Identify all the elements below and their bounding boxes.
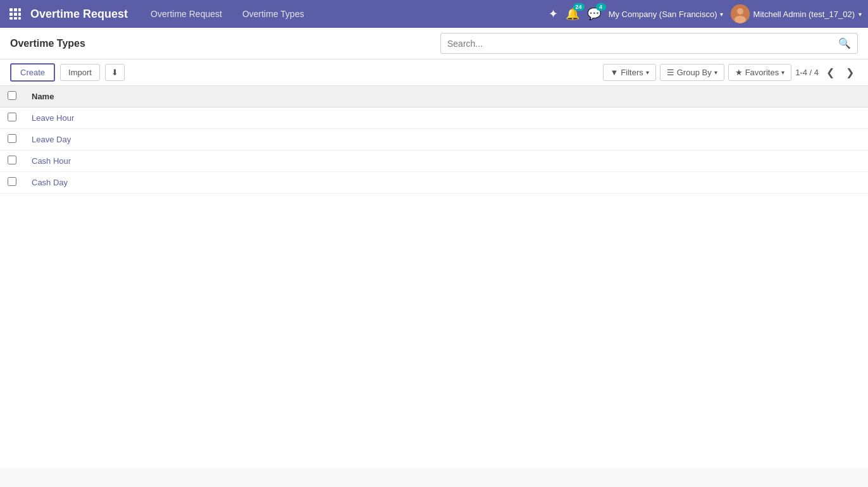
svg-rect-0: [9, 8, 13, 11]
row-checkbox[interactable]: [8, 177, 16, 186]
svg-rect-7: [14, 17, 17, 20]
svg-point-11: [735, 16, 746, 23]
row-checkbox-cell: [0, 151, 24, 172]
nav-overtime-types[interactable]: Overtime Types: [239, 6, 308, 22]
pagination-next-button[interactable]: ❯: [842, 65, 858, 80]
create-button[interactable]: Create: [10, 63, 55, 82]
row-checkbox[interactable]: [8, 134, 16, 143]
download-button[interactable]: ⬇: [105, 64, 125, 81]
table-row: Leave Day: [0, 129, 868, 151]
row-name[interactable]: Leave Day: [24, 129, 868, 151]
secondary-bar: Overtime Types 🔍: [0, 28, 868, 59]
groupby-caret-icon: ▾: [714, 69, 717, 76]
row-checkbox-cell: [0, 108, 24, 129]
table-row: Cash Day: [0, 172, 868, 194]
messages-icon[interactable]: 💬 4: [587, 7, 601, 21]
svg-rect-4: [14, 13, 17, 16]
row-checkbox-cell: [0, 129, 24, 151]
user-menu[interactable]: Mitchell Admin (test_17_02) ▾: [731, 4, 862, 23]
table-row: Leave Hour: [0, 108, 868, 129]
topnav-actions: ✦ 🔔 24 💬 4 My Company (San Francisco) ▾: [549, 4, 862, 23]
select-all-checkbox[interactable]: [8, 91, 16, 100]
svg-rect-6: [9, 17, 13, 20]
user-caret-icon: ▾: [859, 11, 862, 18]
row-name[interactable]: Leave Hour: [24, 108, 868, 129]
toolbar-right: ▼ Filters ▾ ☰ Group By ▾ ★ Favorites ▾ 1…: [603, 64, 858, 81]
top-navigation: Overtime Request Overtime Request Overti…: [0, 0, 868, 28]
messages-badge: 4: [596, 3, 606, 11]
company-selector[interactable]: My Company (San Francisco) ▾: [609, 9, 723, 19]
favorites-label: Favorites: [745, 68, 779, 77]
header-name: Name: [24, 86, 868, 108]
groupby-button[interactable]: ☰ Group By ▾: [660, 64, 724, 81]
company-caret-icon: ▾: [720, 11, 723, 18]
apps-icon[interactable]: [6, 5, 24, 23]
notifications-badge: 24: [573, 3, 585, 11]
avatar: [731, 4, 750, 23]
groupby-icon: ☰: [667, 68, 674, 77]
list-table: Name Leave HourLeave DayCash HourCash Da…: [0, 86, 868, 194]
user-name: Mitchell Admin (test_17_02): [753, 9, 855, 19]
row-checkbox-cell: [0, 172, 24, 194]
star-icon: ★: [735, 68, 743, 77]
svg-rect-1: [14, 8, 17, 11]
row-checkbox[interactable]: [8, 156, 16, 164]
filter-icon: ▼: [610, 68, 618, 77]
svg-rect-3: [9, 13, 13, 16]
svg-rect-2: [18, 8, 21, 11]
svg-rect-5: [18, 13, 21, 16]
svg-point-10: [737, 8, 743, 15]
import-button[interactable]: Import: [60, 64, 100, 81]
filters-caret-icon: ▾: [646, 69, 649, 76]
row-name[interactable]: Cash Day: [24, 172, 868, 194]
notifications-icon[interactable]: 🔔 24: [566, 7, 580, 21]
pagination: 1-4 / 4 ❮ ❯: [795, 65, 858, 80]
page-title: Overtime Types: [10, 38, 85, 49]
favorites-button[interactable]: ★ Favorites ▾: [728, 64, 791, 81]
svg-rect-8: [18, 17, 21, 20]
nav-links: Overtime Request Overtime Types: [147, 6, 542, 22]
search-button[interactable]: 🔍: [832, 34, 857, 53]
pagination-prev-button[interactable]: ❮: [822, 65, 838, 80]
search-bar: 🔍: [440, 33, 858, 54]
row-name[interactable]: Cash Hour: [24, 151, 868, 172]
debug-icon[interactable]: ✦: [549, 7, 558, 21]
toolbar: Create Import ⬇ ▼ Filters ▾ ☰ Group By ▾…: [0, 59, 868, 86]
app-title: Overtime Request: [30, 8, 128, 21]
list-header: Name: [0, 86, 868, 108]
list-body: Leave HourLeave DayCash HourCash Day: [0, 108, 868, 194]
company-name: My Company (San Francisco): [609, 9, 717, 19]
row-checkbox[interactable]: [8, 113, 16, 121]
filters-button[interactable]: ▼ Filters ▾: [603, 64, 655, 81]
filters-label: Filters: [621, 68, 643, 77]
groupby-label: Group By: [677, 68, 712, 77]
header-checkbox-cell: [0, 86, 24, 108]
favorites-caret-icon: ▾: [781, 69, 784, 76]
search-input[interactable]: [441, 35, 832, 52]
nav-overtime-request[interactable]: Overtime Request: [147, 6, 226, 22]
content-area: Name Leave HourLeave DayCash HourCash Da…: [0, 86, 868, 468]
table-row: Cash Hour: [0, 151, 868, 172]
pagination-info: 1-4 / 4: [795, 68, 819, 77]
